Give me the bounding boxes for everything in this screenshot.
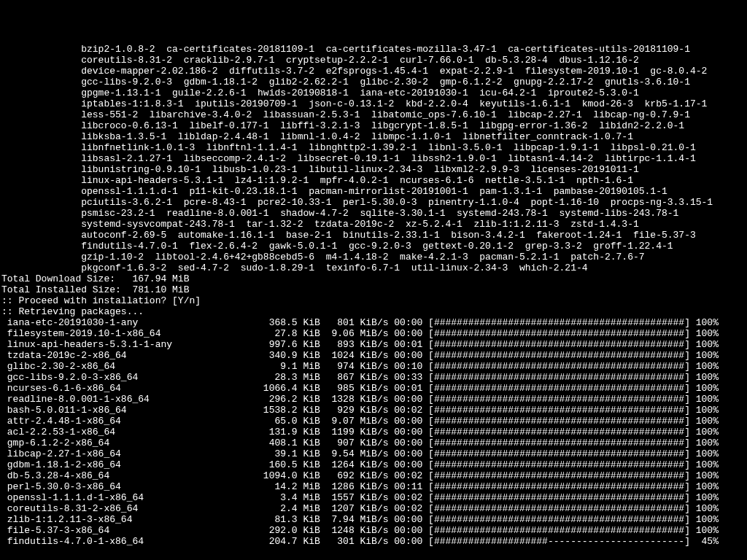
terminal-line: tzdata-2019c-2-x86_64 340.9 KiB 1024 KiB… <box>1 350 746 361</box>
terminal-line: gmp-6.1.2-2-x86_64 408.1 KiB 907 KiB/s 0… <box>1 438 746 448</box>
terminal-line: pkgconf-1.6.3-2 sed-4.7-2 sudo-1.8.29-1 … <box>1 262 746 273</box>
terminal-line: gcc-libs-9.2.0-3-x86_64 28.3 MiB 867 KiB… <box>1 372 746 383</box>
terminal-line: iptables-1:1.8.3-1 iputils-20190709-1 js… <box>1 98 746 109</box>
terminal-line: linux-api-headers-5.3.1-1 lz4-1:1.9.2-1 … <box>1 175 746 186</box>
terminal-line: bzip2-1.0.8-2 ca-certificates-20181109-1… <box>1 44 746 55</box>
terminal-line: pciutils-3.6.2-1 pcre-8.43-1 pcre2-10.33… <box>1 197 746 208</box>
terminal-line: libnfnetlink-1.0.1-3 libnftnl-1.1.4-1 li… <box>1 142 746 153</box>
terminal-line: :: Proceed with installation? [Y/n] <box>1 295 746 306</box>
terminal-line: zlib-1:1.2.11-3-x86_64 81.3 KiB 7.94 MiB… <box>1 514 746 525</box>
terminal-line: libunistring-0.9.10-1 libusb-1.0.23-1 li… <box>1 164 746 175</box>
terminal-line: readline-8.0.001-1-x86_64 296.2 KiB 1328… <box>1 394 746 405</box>
terminal-line: libsasl-2.1.27-1 libseccomp-2.4.1-2 libs… <box>1 153 746 164</box>
terminal-line: findutils-4.7.0-1-x86_64 204.7 KiB 301 K… <box>1 536 746 547</box>
terminal-line: device-mapper-2.02.186-2 diffutils-3.7-2… <box>1 66 746 77</box>
terminal-line: acl-2.2.53-1-x86_64 131.9 KiB 1199 KiB/s… <box>1 427 746 438</box>
terminal-line: openssl-1.1.1.d-1-x86_64 3.4 MiB 1557 Ki… <box>1 492 746 503</box>
terminal-line: filesystem-2019.10-1-x86_64 27.8 KiB 9.0… <box>1 328 746 339</box>
terminal-line: psmisc-23.2-1 readline-8.0.001-1 shadow-… <box>1 208 746 219</box>
terminal-line: attr-2.4.48-1-x86_64 65.0 KiB 9.07 MiB/s… <box>1 416 746 427</box>
terminal-line: coreutils-8.31-2 cracklib-2.9.7-1 crypts… <box>1 55 746 66</box>
terminal-line: gdbm-1.18.1-2-x86_64 160.5 KiB 1264 KiB/… <box>1 459 746 470</box>
terminal-line: autoconf-2.69-5 automake-1.16.1-1 base-2… <box>1 230 746 241</box>
terminal-line: libcroco-0.6.13-1 libelf-0.177-1 libffi-… <box>1 120 746 131</box>
terminal-screen: bzip2-1.0.8-2 ca-certificates-20181109-1… <box>0 44 747 547</box>
terminal-line: db-5.3.28-4-x86_64 1094.0 KiB 692 KiB/s … <box>1 470 746 481</box>
terminal-line: glibc-2.30-2-x86_64 9.1 MiB 974 KiB/s 00… <box>1 361 746 372</box>
terminal-line: less-551-2 libarchive-3.4.0-2 libassuan-… <box>1 109 746 120</box>
terminal-line: Total Installed Size: 781.10 MiB <box>1 284 746 295</box>
terminal-line: findutils-4.7.0-1 flex-2.6.4-2 gawk-5.0.… <box>1 241 746 252</box>
terminal-line: libksba-1.3.5-1 libldap-2.4.48-1 libmnl-… <box>1 131 746 142</box>
terminal-line: gpgme-1.13.1-1 guile-2.2.6-1 hwids-20190… <box>1 88 746 98</box>
terminal-line: gcc-libs-9.2.0-3 gdbm-1.18.1-2 glib2-2.6… <box>1 77 746 88</box>
terminal-line: libcap-2.27-1-x86_64 39.1 KiB 9.54 MiB/s… <box>1 448 746 459</box>
terminal-line: systemd-sysvcompat-243.78-1 tar-1.32-2 t… <box>1 219 746 230</box>
terminal-line: openssl-1.1.1.d-1 p11-kit-0.23.18.1-1 pa… <box>1 186 746 197</box>
terminal-line: file-5.37-3-x86_64 292.0 KiB 1248 KiB/s … <box>1 525 746 536</box>
terminal-line: linux-api-headers-5.3.1-1-any 997.6 KiB … <box>1 339 746 350</box>
terminal-line: iana-etc-20191030-1-any 368.5 KiB 801 Ki… <box>1 317 746 328</box>
terminal-line: Total Download Size: 167.94 MiB <box>1 273 746 284</box>
terminal-line: ncurses-6.1-6-x86_64 1066.4 KiB 985 KiB/… <box>1 383 746 394</box>
terminal-line: bash-5.0.011-1-x86_64 1538.2 KiB 929 KiB… <box>1 405 746 416</box>
terminal-line: :: Retrieving packages... <box>1 306 746 317</box>
terminal-line: coreutils-8.31-2-x86_64 2.4 MiB 1207 KiB… <box>1 503 746 514</box>
terminal-line: perl-5.30.0-3-x86_64 14.2 MiB 1286 KiB/s… <box>1 481 746 492</box>
terminal-line: gzip-1.10-2 libtool-2.4.6+42+gb88cebd5-6… <box>1 252 746 262</box>
